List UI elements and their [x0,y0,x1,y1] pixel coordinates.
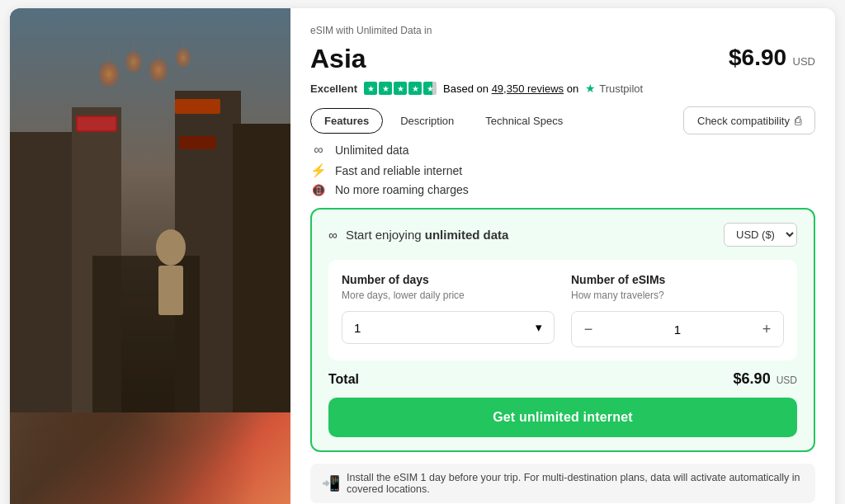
star-2: ★ [379,82,392,95]
product-title: Asia [310,45,366,73]
pricing-box: ∞ Start enjoying unlimited data USD ($) … [310,208,815,452]
star-3: ★ [394,82,407,95]
tabs: Features Description Technical Specs [310,108,577,134]
esims-stepper: − 1 + [571,311,784,347]
tabs-row: Features Description Technical Specs Che… [310,106,815,134]
product-image [10,8,290,504]
esims-increment-button[interactable]: + [750,312,783,346]
total-price-value: $6.90 [734,370,771,387]
price-currency: USD [793,55,815,68]
esims-decrement-button[interactable]: − [572,312,605,346]
check-compat-label: Check compatibility [697,115,790,127]
unlimited-label: ∞ Start enjoying unlimited data [328,228,508,242]
rating-label: Excellent [310,82,357,95]
esims-label: Number of eSIMs [571,273,784,286]
feature-no-roaming: 📵 No more roaming charges [310,183,815,196]
days-selector-group: Number of days More days, lower daily pr… [342,273,555,347]
tab-description[interactable]: Description [386,108,468,134]
svg-rect-20 [10,8,290,412]
reviews-text: Based on 49,350 reviews on [443,82,578,95]
esim-label: eSIM with Unlimited Data in [310,25,815,36]
price-block: $6.90 USD [729,45,815,71]
lightning-icon: ⚡ [310,163,327,178]
product-content: eSIM with Unlimited Data in Asia $6.90 U… [290,8,835,504]
info-text: Install the eSIM 1 day before your trip.… [347,472,804,495]
trustpilot-star: ★ [585,82,596,95]
feature-text-2: Fast and reliable internet [335,164,462,177]
info-banner: 📲 Install the eSIM 1 day before your tri… [310,464,815,503]
check-compatibility-button[interactable]: Check compatibility ⎙ [683,106,815,134]
hero-image [10,8,290,504]
tab-features[interactable]: Features [310,108,383,134]
feature-text-3: No more roaming charges [335,183,469,196]
rating-row: Excellent ★ ★ ★ ★ ★ Based on 49,350 revi… [310,82,815,95]
tab-technical-specs[interactable]: Technical Specs [471,108,577,134]
product-price: $6.90 [729,45,786,70]
days-dropdown[interactable]: 1 ▾ [342,311,555,344]
check-compat-icon: ⎙ [795,114,801,127]
feature-fast-internet: ⚡ Fast and reliable internet [310,163,815,178]
product-card: eSIM with Unlimited Data in Asia $6.90 U… [10,8,835,504]
star-4: ★ [408,82,422,95]
infinity-icon: ∞ [310,143,327,158]
days-chevron-icon: ▾ [536,320,542,335]
esims-selector-group: Number of eSIMs How many travelers? − 1 … [571,273,784,347]
infinity-deco: ∞ [328,228,338,242]
start-text: Start enjoying [346,228,422,242]
total-label: Total [328,372,359,387]
star-5: ★ [423,82,437,95]
selectors-row: Number of days More days, lower daily pr… [328,260,797,360]
total-currency: USD [777,374,797,386]
days-value: 1 [354,321,361,335]
stars-container: ★ ★ ★ ★ ★ [364,82,437,95]
trustpilot: ★ Trustpilot [585,82,643,95]
total-price: $6.90 USD [734,370,797,388]
star-1: ★ [364,82,377,95]
title-price-row: Asia $6.90 USD [310,45,815,73]
get-internet-button[interactable]: Get unlimited internet [328,398,797,437]
feature-unlimited-data: ∞ Unlimited data [310,143,815,158]
esims-value: 1 [605,323,750,337]
reviews-link[interactable]: 49,350 reviews [492,82,564,95]
no-roaming-icon: 📵 [310,184,327,196]
start-bold: unlimited data [425,228,509,242]
currency-selector[interactable]: USD ($) EUR (€) GBP (£) [724,223,797,247]
total-row: Total $6.90 USD [328,370,797,388]
days-label: Number of days [342,273,555,286]
feature-text-1: Unlimited data [335,144,409,157]
esims-sublabel: How many travelers? [571,290,784,301]
trustpilot-label: Trustpilot [599,82,643,95]
pricing-box-header: ∞ Start enjoying unlimited data USD ($) … [328,223,797,247]
features-list: ∞ Unlimited data ⚡ Fast and reliable int… [310,143,815,196]
days-sublabel: More days, lower daily price [342,290,555,301]
info-icon: 📲 [322,474,338,492]
